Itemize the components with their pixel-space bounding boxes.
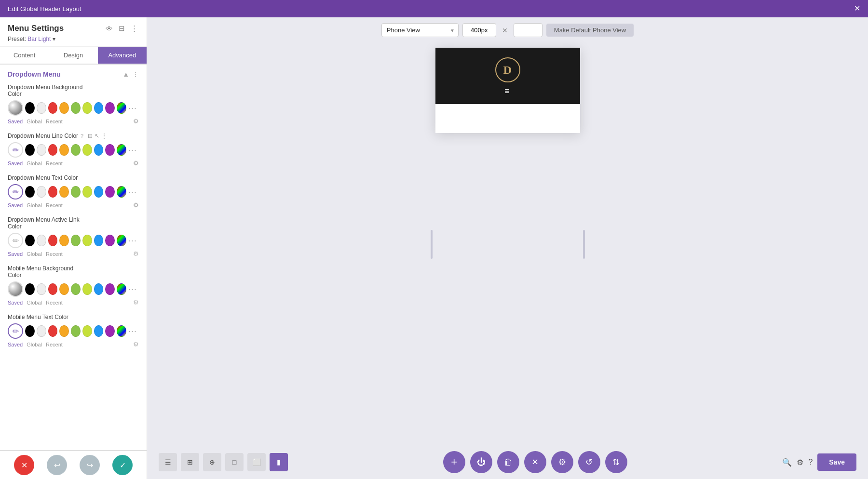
swatch-black[interactable]	[25, 102, 35, 114]
mobile-menu-text-color-picker-main[interactable]: ✏	[8, 323, 23, 339]
global-btn-1[interactable]: Global	[27, 119, 42, 124]
color-meta-settings-4[interactable]: ⚙	[133, 250, 139, 257]
swatch-blue-6[interactable]	[94, 325, 104, 337]
swatch-white-4[interactable]	[37, 235, 46, 246]
swatch-purple-2[interactable]	[105, 144, 115, 156]
history-button[interactable]: ↺	[578, 451, 600, 473]
swatch-blue-2[interactable]	[94, 144, 104, 156]
global-btn-6[interactable]: Global	[27, 342, 42, 347]
swatch-lime-4[interactable]	[82, 235, 92, 246]
swatch-black-6[interactable]	[25, 325, 35, 337]
swatch-white-5[interactable]	[37, 283, 46, 295]
tool-tablet-button[interactable]: ⬜	[247, 453, 266, 471]
swatch-lime-2[interactable]	[82, 144, 92, 156]
swatch-green-2[interactable]	[71, 144, 81, 156]
swatch-black-4[interactable]	[25, 235, 35, 246]
swatch-custom-3[interactable]	[117, 186, 126, 198]
confirm-button[interactable]: ✓	[112, 455, 133, 475]
color-meta-settings-6[interactable]: ⚙	[133, 341, 139, 348]
mobile-menu-bg-color-picker-main[interactable]	[8, 281, 23, 297]
recent-btn-6[interactable]: Recent	[46, 342, 63, 347]
cancel-button[interactable]: ✕	[14, 455, 34, 475]
swatch-custom[interactable]	[117, 102, 126, 114]
color-meta-settings-2[interactable]: ⚙	[133, 160, 139, 167]
swatch-purple-5[interactable]	[105, 283, 115, 295]
swatch-white-3[interactable]	[37, 186, 46, 198]
global-btn-5[interactable]: Global	[27, 300, 42, 306]
swatch-green-6[interactable]	[71, 325, 81, 337]
make-default-phone-view-button[interactable]: Make Default Phone View	[546, 24, 634, 37]
viewport-select[interactable]: Phone View Tablet View Desktop View	[381, 23, 459, 37]
help-icon[interactable]: ?	[81, 133, 83, 139]
swatch-blue-5[interactable]	[94, 283, 104, 295]
settings-icon-button[interactable]: ⚙	[797, 458, 803, 467]
swatch-green-3[interactable]	[71, 186, 81, 198]
global-btn-4[interactable]: Global	[27, 251, 42, 257]
saved-btn-5[interactable]: Saved	[8, 300, 23, 306]
viewport-height-input[interactable]	[514, 23, 542, 37]
swatch-orange[interactable]	[59, 102, 69, 114]
swatch-red-2[interactable]	[48, 144, 58, 156]
tool-phone-button[interactable]: ▮	[270, 453, 288, 471]
power-button[interactable]: ⏻	[470, 451, 492, 473]
sort-button[interactable]: ⇅	[605, 451, 627, 473]
recent-btn-5[interactable]: Recent	[46, 300, 63, 306]
recent-btn-2[interactable]: Recent	[46, 160, 63, 166]
device-icon-tablet[interactable]: ↖	[95, 133, 99, 139]
swatch-lime-5[interactable]	[82, 283, 92, 295]
undo-button[interactable]: ↩	[47, 455, 67, 475]
swatch-blue-3[interactable]	[94, 186, 104, 198]
swatch-white-2[interactable]	[37, 144, 46, 156]
dropdown-bg-color-picker-main[interactable]	[8, 100, 23, 116]
swatch-orange-5[interactable]	[59, 283, 69, 295]
saved-btn-4[interactable]: Saved	[8, 251, 23, 257]
swatch-red-4[interactable]	[48, 235, 58, 246]
tool-hamburger-button[interactable]: ☰	[159, 453, 177, 471]
dropdown-active-link-color-picker-main[interactable]: ✏	[8, 233, 23, 248]
tab-content[interactable]: Content	[0, 47, 49, 64]
swatch-white[interactable]	[37, 102, 46, 114]
color-more-dots-5[interactable]: ···	[128, 284, 137, 294]
device-icon-dots[interactable]: ⋮	[101, 133, 107, 139]
redo-button[interactable]: ↪	[80, 455, 100, 475]
global-btn-2[interactable]: Global	[27, 160, 42, 166]
swatch-purple[interactable]	[105, 102, 115, 114]
title-bar-close-button[interactable]: ✕	[854, 5, 860, 13]
save-button[interactable]: Save	[817, 453, 856, 471]
tool-search-small-button[interactable]: ⊕	[203, 453, 221, 471]
help-icon-button[interactable]: ?	[808, 458, 813, 466]
recent-btn-3[interactable]: Recent	[46, 202, 63, 208]
preset-link[interactable]: Bar Light	[27, 36, 51, 42]
tab-design[interactable]: Design	[49, 47, 97, 64]
swatch-orange-2[interactable]	[59, 144, 69, 156]
swatch-green-5[interactable]	[71, 283, 81, 295]
saved-btn-2[interactable]: Saved	[8, 160, 23, 166]
swatch-red-3[interactable]	[48, 186, 58, 198]
section-collapse-button[interactable]: ▲	[122, 70, 129, 78]
resize-handle-left[interactable]	[431, 230, 433, 259]
swatch-custom-2[interactable]	[117, 144, 126, 156]
swatch-black-3[interactable]	[25, 186, 35, 198]
dropdown-line-color-picker-main[interactable]: ✏	[8, 142, 23, 158]
swatch-red-6[interactable]	[48, 325, 58, 337]
resize-handle-right[interactable]	[583, 230, 585, 259]
swatch-custom-4[interactable]	[117, 235, 126, 246]
swatch-purple-4[interactable]	[105, 235, 115, 246]
color-more-dots-4[interactable]: ···	[128, 236, 137, 246]
search-icon-button[interactable]: 🔍	[782, 458, 792, 467]
swatch-orange-3[interactable]	[59, 186, 69, 198]
swatch-lime[interactable]	[82, 102, 92, 114]
saved-btn-3[interactable]: Saved	[8, 202, 23, 208]
swatch-black-2[interactable]	[25, 144, 35, 156]
saved-btn-6[interactable]: Saved	[8, 342, 23, 347]
swatch-red-5[interactable]	[48, 283, 58, 295]
close-round-button[interactable]: ✕	[524, 451, 546, 473]
recent-btn-4[interactable]: Recent	[46, 251, 63, 257]
add-module-button[interactable]: +	[443, 451, 465, 473]
section-more-button[interactable]: ⋮	[132, 70, 139, 78]
swatch-orange-4[interactable]	[59, 235, 69, 246]
swatch-purple-3[interactable]	[105, 186, 115, 198]
swatch-lime-3[interactable]	[82, 186, 92, 198]
global-btn-3[interactable]: Global	[27, 202, 42, 208]
viewport-width-input[interactable]	[462, 23, 496, 37]
